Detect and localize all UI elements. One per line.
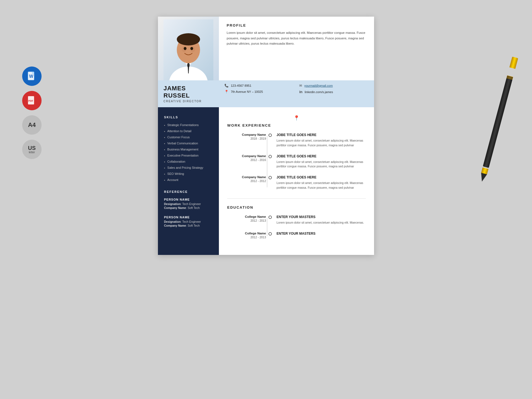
work-company-2: Company Name [227,154,266,158]
contact-section: 📞 123-4567 8951 📍 7th Avenue NY – 10025 … [219,80,374,107]
header-profile-section: PROFILE Lorem ipsum dolor sit amet, cons… [219,17,374,80]
work-jobtitle-3: JOBE TITLE GOES HERE [277,175,366,179]
svg-point-14 [190,47,193,50]
ref2-designation: Designation: Tech Engineer [164,220,213,223]
skills-section-title: SKILLS [164,116,213,119]
linkedin-url: linkedin.com/s.james [305,90,333,94]
reference-entry-1: PERSON NAME Designation: Tech Engineer C… [164,198,213,209]
work-experience-title: WORK EXPERIENCE [227,123,366,127]
full-name: JAMES RUSSEL [163,85,213,99]
work-year-1: 2018 - 2019 [227,137,266,140]
bullet-icon: • [164,142,165,145]
edu-dot-wrapper-1 [266,215,274,225]
work-company-3: Company Name [227,175,266,179]
work-jobtitle-2: JOBE TITLE GOES HERE [277,154,366,158]
dot-wrapper-1 [266,133,274,148]
svg-point-13 [184,47,186,50]
skill-item: •Business Management [164,148,213,151]
work-entry-1-left: Company Name 2018 - 2019 [227,133,266,148]
work-entry-3: Company Name 2012 - 2012 JOBE TITLE GOES… [227,175,366,190]
edu-year-2: 2012 - 2013 [227,236,266,239]
linkedin-icon: in [299,90,303,94]
skill-label: Attention to Detail [167,129,191,133]
reference-entry-2: PERSON NAME Designation: Tech Engineer C… [164,216,213,227]
work-entry-2: Company Name 2012 - 2016 JOBE TITLE GOES… [227,154,366,169]
dot-wrapper-3 [266,175,274,190]
word-icon[interactable]: W [22,66,42,86]
ref1-company: Company Name: Soft Tech [164,206,213,209]
edu-dot-wrapper-2 [266,232,274,239]
work-desc-1: Lorem ipsum dolor sit amet, consectetuer… [277,138,366,148]
bullet-icon: • [164,160,165,163]
ref2-name: PERSON NAME [164,216,213,219]
work-entry-2-left: Company Name 2012 - 2016 [227,154,266,169]
skill-label: Strategic Fomentations [167,123,199,127]
ref1-name: PERSON NAME [164,198,213,201]
svg-point-10 [177,33,200,45]
edu-dot-1 [268,216,272,219]
a4-label: A4 [28,121,36,129]
email-link[interactable]: yourmail@gmail.com [304,84,333,87]
bullet-icon: • [164,136,165,139]
work-desc-2: Lorem ipsum dolor sit amet, consectetuer… [277,160,366,169]
skill-label: Sales and Pricing Strategy [167,166,203,169]
education-timeline: College Name 2012 - 2013 ENTER YOUR MAST… [227,215,366,239]
location-icon: 📍 [224,90,229,94]
resume-document: PROFILE Lorem ipsum dolor sit amet, cons… [158,17,374,255]
svg-text:PDF: PDF [28,99,34,102]
skill-label: Customer Focus [167,135,190,139]
job-title: CREATIVE DIRECTOR [163,100,213,103]
bullet-icon: • [164,166,165,170]
reference-section-title: REFERENCE [164,190,213,193]
profile-section-title: PROFILE [227,23,366,27]
edu-entry-1-right: ENTER YOUR MASTERS Lorem ipsum dolor sit… [274,215,366,225]
edu-entry-1-left: College Name 2012 - 2013 [227,215,266,225]
name-section: JAMES RUSSEL CREATIVE DIRECTOR [158,80,219,107]
edu-year-1: 2012 - 2013 [227,219,266,222]
timeline-dot-1 [268,134,272,137]
phone-icon: 📞 [224,84,229,88]
edu-dot-2 [268,232,272,236]
bullet-icon: • [164,130,165,133]
pdf-icon[interactable]: PDF [22,91,42,110]
skill-item: •SEO Writing [164,172,213,176]
us-letter-icon[interactable]: US letter [22,140,42,159]
skill-label: Business Management [167,148,198,151]
work-year-2: 2012 - 2016 [227,158,266,162]
bullet-icon: • [164,172,165,176]
work-year-3: 2012 - 2012 [227,179,266,183]
edu-entry-1: College Name 2012 - 2013 ENTER YOUR MAST… [227,215,366,225]
bullet-icon: • [164,124,165,127]
ref1-designation: Designation: Tech Engineer [164,202,213,206]
resume-body: SKILLS •Strategic Fomentations •Attentio… [158,107,374,255]
sidebar: SKILLS •Strategic Fomentations •Attentio… [158,107,219,255]
address: 7th Avenue NY – 10025 [231,90,263,93]
email-icon: ✉ [299,84,302,88]
skills-list: •Strategic Fomentations •Attention to De… [164,123,213,182]
skill-item: •Account [164,178,213,182]
skill-label: Account [167,178,178,181]
us-label: US [28,145,36,151]
map-pin-decoration: 📍 [227,115,366,121]
ref2-company: Company Name: Soft Tech [164,224,213,227]
phone-number: 123-4567 8951 [231,84,251,87]
profile-description: Lorem ipsum dolor sit amet, consectetuer… [227,30,366,47]
skill-item: •Executive Presentation [164,154,213,157]
address-contact: 📍 7th Avenue NY – 10025 [224,90,294,94]
pen-decoration [481,56,519,171]
us-sub-label: letter [29,151,35,154]
phone-contact: 📞 123-4567 8951 [224,84,294,88]
skill-item: •Verbal Communication [164,142,213,145]
resume-header: PROFILE Lorem ipsum dolor sit amet, cons… [158,17,374,80]
skill-item: •Attention to Detail [164,129,213,133]
edu-college-2: College Name [227,232,266,235]
a4-format-icon[interactable]: A4 [22,115,42,135]
edu-desc-1: Lorem ipsum dolor sit amet, consectetuer… [277,220,366,225]
contact-col-right: ✉ yourmail@gmail.com in linkedin.com/s.j… [299,84,369,104]
skill-item: •Collaboration [164,160,213,163]
skill-item: •Sales and Pricing Strategy [164,166,213,170]
work-entry-3-right: JOBE TITLE GOES HERE Lorem ipsum dolor s… [274,175,366,190]
work-jobtitle-1: JOBE TITLE GOES HERE [277,133,366,137]
section-divider [227,198,366,199]
person-svg [163,19,213,80]
